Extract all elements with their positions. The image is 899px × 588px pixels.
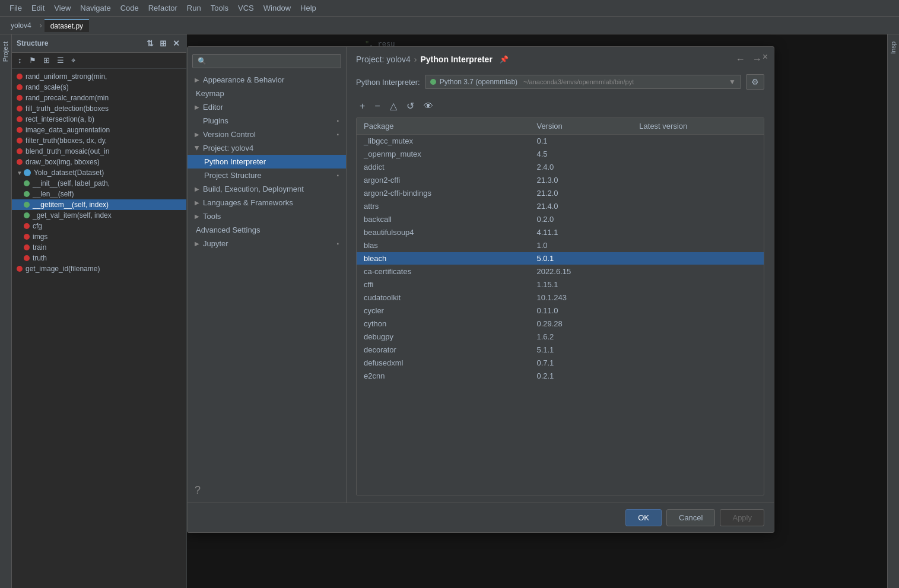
refresh-button[interactable]: ↺	[403, 99, 418, 113]
list-item[interactable]: rect_intersection(a, b)	[12, 114, 186, 125]
list-item[interactable]: rand_precalc_random(min	[12, 93, 186, 103]
nav-item-editor[interactable]: ▶ Editor	[188, 100, 346, 114]
list-item[interactable]: get_image_id(filename)	[12, 263, 186, 274]
table-row[interactable]: e2cnn 0.2.1	[357, 370, 764, 383]
pkg-version: 21.4.0	[529, 200, 632, 213]
list-item[interactable]: fill_truth_detection(bboxes	[12, 103, 186, 114]
view-package-button[interactable]: 👁	[420, 100, 437, 113]
expand-icon[interactable]: ⊞	[41, 55, 52, 66]
nav-item-advanced-settings[interactable]: Advanced Settings	[188, 223, 346, 237]
nav-item-version-control[interactable]: ▶ Version Control ▪	[188, 128, 346, 141]
back-button[interactable]: ←	[733, 54, 748, 65]
list-item[interactable]: train	[12, 242, 186, 253]
item-dot	[17, 116, 23, 122]
table-row[interactable]: bleach 5.0.1	[357, 252, 764, 265]
table-row[interactable]: argon2-cffi 21.3.0	[357, 174, 764, 187]
pkg-latest	[632, 239, 764, 252]
list-item[interactable]: draw_box(img, bboxes)	[12, 157, 186, 167]
menu-refactor[interactable]: Refactor	[144, 2, 182, 14]
menu-run[interactable]: Run	[182, 2, 206, 14]
list-item[interactable]: imgs	[12, 231, 186, 242]
table-row[interactable]: cython 0.29.28	[357, 317, 764, 330]
menu-file[interactable]: File	[5, 2, 27, 14]
insp-vertical-tab[interactable]: Insp	[888, 34, 899, 61]
list-item[interactable]: blend_truth_mosaic(out_in	[12, 146, 186, 157]
nav-item-jupyter[interactable]: ▶ Jupyter ▪	[188, 237, 346, 250]
sidebar-filter-icon[interactable]: ⊞	[158, 38, 169, 49]
table-row[interactable]: defusedxml 0.7.1	[357, 357, 764, 370]
sidebar-sort-icon[interactable]: ⇅	[145, 38, 155, 49]
col-package[interactable]: Package	[357, 118, 529, 135]
nav-item-plugins[interactable]: ▶ Plugins ▪	[188, 114, 346, 128]
remove-package-button[interactable]: −	[371, 100, 383, 113]
col-version[interactable]: Version	[529, 118, 632, 135]
interpreter-settings-button[interactable]: ⚙	[746, 74, 764, 90]
collapse-icon[interactable]: ☰	[55, 55, 66, 66]
navigate-icon[interactable]: ⌖	[69, 55, 78, 66]
list-item[interactable]: __getitem__(self, index)	[12, 199, 186, 210]
interpreter-select[interactable]: Python 3.7 (openmmlab) ~/anaconda3/envs/…	[425, 75, 741, 89]
menu-help[interactable]: Help	[296, 2, 321, 14]
pkg-name: backcall	[357, 213, 529, 226]
help-button[interactable]: ?	[195, 484, 201, 496]
sidebar-settings-icon[interactable]: ✕	[171, 38, 182, 49]
menu-vcs[interactable]: VCS	[233, 2, 259, 14]
list-item[interactable]: ▼ Yolo_dataset(Dataset)	[12, 167, 186, 178]
nav-item-keymap[interactable]: Keymap	[188, 87, 346, 100]
nav-item-tools[interactable]: ▶ Tools	[188, 209, 346, 223]
table-row[interactable]: cffi 1.15.1	[357, 278, 764, 291]
sort-alpha-icon[interactable]: ↕	[15, 55, 24, 66]
table-row[interactable]: backcall 0.2.0	[357, 213, 764, 226]
col-latest[interactable]: Latest version	[632, 118, 764, 135]
nav-item-project[interactable]: ▶ Project: yolov4	[188, 141, 346, 155]
table-row[interactable]: attrs 21.4.0	[357, 200, 764, 213]
table-row[interactable]: debugpy 1.6.2	[357, 330, 764, 344]
file-tab[interactable]: dataset.py	[45, 19, 89, 32]
list-item[interactable]: _get_val_item(self, index	[12, 210, 186, 221]
list-item[interactable]: rand_scale(s)	[12, 82, 186, 93]
list-item[interactable]: filter_truth(bboxes, dx, dy,	[12, 135, 186, 146]
cancel-button[interactable]: Cancel	[666, 509, 715, 526]
menu-tools[interactable]: Tools	[206, 2, 233, 14]
table-row[interactable]: decorator 5.1.1	[357, 344, 764, 357]
right-vertical-tabs: Insp	[887, 34, 899, 588]
nav-item-languages[interactable]: ▶ Languages & Frameworks	[188, 196, 346, 209]
up-package-button[interactable]: △	[386, 99, 401, 113]
list-item[interactable]: rand_uniform_strong(min,	[12, 71, 186, 82]
menu-window[interactable]: Window	[259, 2, 296, 14]
list-item[interactable]: __len__(self)	[12, 189, 186, 199]
menu-code[interactable]: Code	[116, 2, 144, 14]
table-row[interactable]: blas 1.0	[357, 239, 764, 252]
pkg-name: beautifulsoup4	[357, 226, 529, 239]
table-row[interactable]: addict 2.4.0	[357, 161, 764, 174]
table-row[interactable]: _libgcc_mutex 0.1	[357, 135, 764, 148]
list-item[interactable]: image_data_augmentation	[12, 125, 186, 135]
table-row[interactable]: argon2-cffi-bindings 21.2.0	[357, 187, 764, 200]
nav-item-project-structure[interactable]: Project Structure ▪	[188, 169, 346, 182]
menu-navigate[interactable]: Navigate	[75, 2, 115, 14]
list-item[interactable]: cfg	[12, 221, 186, 231]
nav-item-appearance[interactable]: ▶ Appearance & Behavior	[188, 73, 346, 87]
table-row[interactable]: cycler 0.11.0	[357, 304, 764, 317]
nav-item-build[interactable]: ▶ Build, Execution, Deployment	[188, 182, 346, 196]
dialog-search-input[interactable]	[192, 54, 341, 68]
list-item[interactable]: __init__(self, label_path,	[12, 178, 186, 189]
nav-item-python-interpreter[interactable]: Python Interpreter	[188, 155, 346, 169]
table-row[interactable]: ca-certificates 2022.6.15	[357, 265, 764, 278]
ok-button[interactable]: OK	[625, 509, 662, 526]
apply-button[interactable]: Apply	[720, 509, 764, 526]
item-dot	[24, 234, 30, 240]
list-item[interactable]: truth	[12, 253, 186, 263]
item-label: cfg	[33, 222, 42, 230]
filter-icon[interactable]: ⚑	[27, 55, 39, 66]
project-vertical-tab[interactable]: Project	[0, 34, 11, 69]
project-tab[interactable]: yolov4	[5, 20, 37, 31]
table-row[interactable]: _openmp_mutex 4.5	[357, 148, 764, 161]
add-package-button[interactable]: +	[356, 100, 369, 113]
dialog-close-button[interactable]: ×	[763, 52, 768, 62]
menu-view[interactable]: View	[49, 2, 75, 14]
menu-edit[interactable]: Edit	[27, 2, 49, 14]
table-row[interactable]: beautifulsoup4 4.11.1	[357, 226, 764, 239]
table-row[interactable]: cudatoolkit 10.1.243	[357, 291, 764, 304]
pkg-name: debugpy	[357, 330, 529, 344]
